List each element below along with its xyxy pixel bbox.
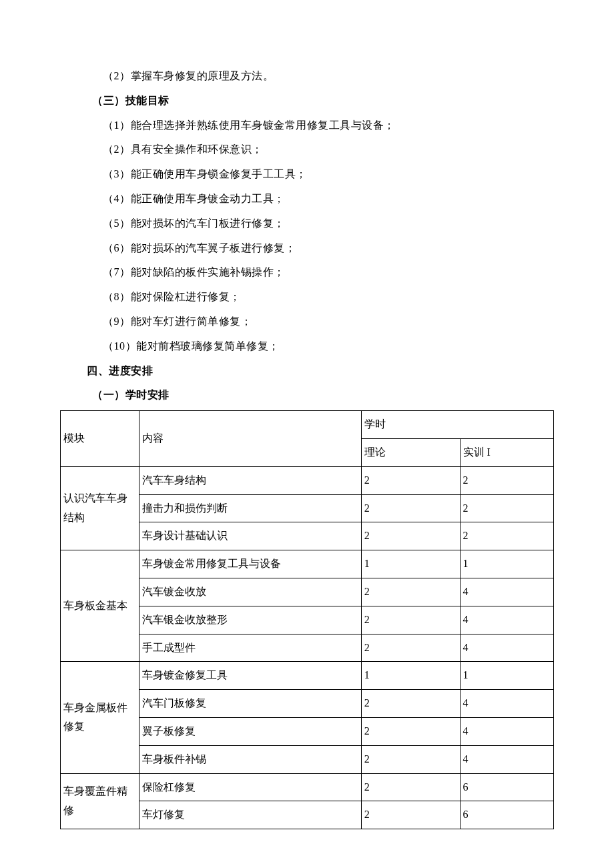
body-text: （4）能正确使用车身镀金动力工具； [60, 189, 554, 209]
content-cell: 车身板件补锡 [139, 745, 362, 773]
theory-cell: 2 [361, 522, 460, 550]
practice-cell: 4 [460, 745, 553, 773]
body-text: （3）能正确使用车身锁金修复手工工具； [60, 165, 554, 184]
table-row: 车身板金基本 车身镀金常用修复工具与设备 1 1 [61, 550, 554, 578]
table-row: 认识汽车车身结构 汽车车身结构 2 2 [61, 466, 554, 494]
theory-cell: 2 [361, 690, 460, 718]
content-cell: 车灯修复 [139, 801, 362, 829]
theory-cell: 2 [361, 578, 460, 606]
table-row: 车身覆盖件精修 保险杠修复 2 6 [61, 773, 554, 801]
practice-cell: 4 [460, 578, 553, 606]
body-text: （2）具有安全操作和环保意识； [60, 140, 554, 159]
content-cell: 翼子板修复 [139, 717, 362, 745]
body-text: （2）掌握车身修复的原理及方法。 [60, 67, 554, 86]
practice-cell: 6 [460, 773, 553, 801]
theory-cell: 2 [361, 466, 460, 494]
schedule-table: 模块 内容 学时 理论 实训 I 认识汽车车身结构 汽车车身结构 2 2 撞击力… [60, 410, 554, 829]
body-text: （8）能对保险杠进行修复； [60, 288, 554, 307]
practice-cell: 6 [460, 801, 553, 829]
header-practice: 实训 I [460, 438, 553, 466]
content-cell: 车身设计基础认识 [139, 522, 362, 550]
theory-cell: 1 [361, 662, 460, 690]
body-text: （10）能对前档玻璃修复简单修复； [60, 337, 554, 356]
content-cell: 汽车银金收放整形 [139, 606, 362, 634]
body-text: （9）能对车灯进行简单修复； [60, 312, 554, 332]
theory-cell: 2 [361, 717, 460, 745]
module-cell: 车身覆盖件精修 [61, 773, 139, 829]
table-row: 车身金属板件修复 车身镀金修复工具 1 1 [61, 662, 554, 690]
practice-cell: 2 [460, 522, 553, 550]
practice-cell: 2 [460, 494, 553, 522]
header-content: 内容 [139, 411, 362, 467]
practice-cell: 1 [460, 662, 553, 690]
content-cell: 汽车门板修复 [139, 690, 362, 718]
practice-cell: 2 [460, 466, 553, 494]
section-heading-skills: （三）技能目标 [60, 91, 554, 111]
content-cell: 手工成型件 [139, 634, 362, 662]
theory-cell: 2 [361, 745, 460, 773]
practice-cell: 4 [460, 634, 553, 662]
theory-cell: 1 [361, 550, 460, 578]
theory-cell: 2 [361, 606, 460, 634]
practice-cell: 1 [460, 550, 553, 578]
header-module: 模块 [61, 411, 139, 467]
content-cell: 汽车车身结构 [139, 466, 362, 494]
section-heading-schedule: 四、进度安排 [60, 362, 554, 381]
body-text: （1）能合理选择并熟练使用车身镀金常用修复工具与设备； [60, 116, 554, 135]
theory-cell: 2 [361, 773, 460, 801]
table-header-row: 模块 内容 学时 [61, 411, 554, 439]
content-cell: 汽车镀金收放 [139, 578, 362, 606]
practice-cell: 4 [460, 717, 553, 745]
module-cell: 认识汽车车身结构 [61, 466, 139, 550]
body-text: （6）能对损坏的汽车翼子板进行修复； [60, 239, 554, 258]
module-cell: 车身板金基本 [61, 550, 139, 662]
content-cell: 车身镀金常用修复工具与设备 [139, 550, 362, 578]
module-cell: 车身金属板件修复 [61, 662, 139, 773]
content-cell: 保险杠修复 [139, 773, 362, 801]
theory-cell: 2 [361, 801, 460, 829]
practice-cell: 4 [460, 606, 553, 634]
section-heading-hours: （一）学时安排 [60, 386, 554, 405]
body-text: （7）能对缺陷的板件实施补锡操作； [60, 263, 554, 282]
theory-cell: 2 [361, 494, 460, 522]
content-cell: 车身镀金修复工具 [139, 662, 362, 690]
practice-cell: 4 [460, 690, 553, 718]
body-text: （5）能对损坏的汽车门板进行修复； [60, 214, 554, 234]
header-hours: 学时 [361, 411, 553, 439]
header-theory: 理论 [361, 438, 460, 466]
theory-cell: 2 [361, 634, 460, 662]
content-cell: 撞击力和损伤判断 [139, 494, 362, 522]
